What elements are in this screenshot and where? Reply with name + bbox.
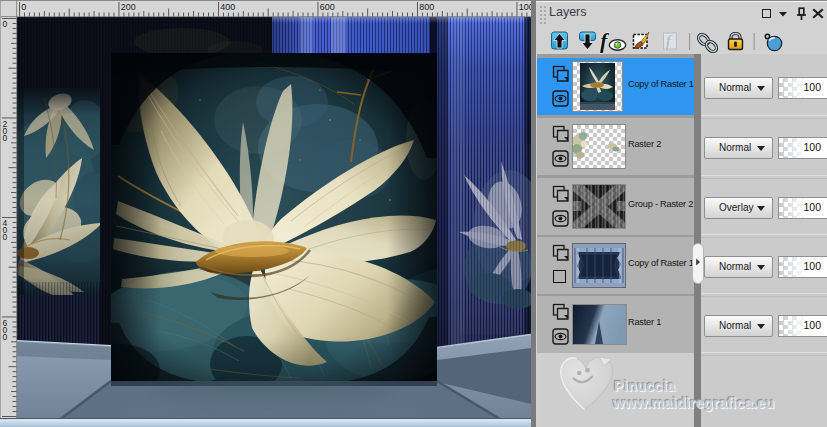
svg-text:800: 800 [419, 2, 434, 12]
svg-text:f: f [600, 28, 610, 53]
svg-text:0: 0 [3, 19, 8, 29]
svg-text:400: 400 [220, 2, 235, 12]
svg-text:600: 600 [320, 2, 335, 12]
svg-text:600: 600 [3, 318, 8, 342]
svg-text:200: 200 [3, 119, 8, 143]
svg-text:200: 200 [121, 2, 136, 12]
svg-text:400: 400 [3, 218, 8, 242]
svg-text:0: 0 [21, 2, 26, 12]
